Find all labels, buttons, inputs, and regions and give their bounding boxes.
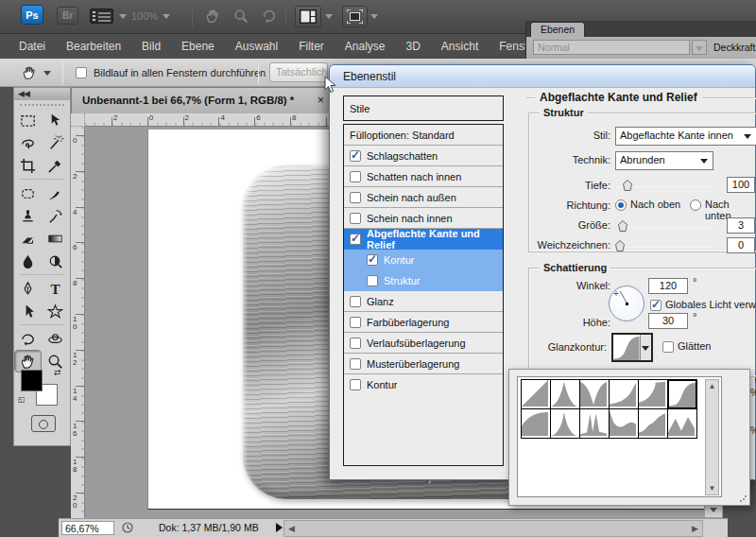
tool-spot-healing-brush[interactable] xyxy=(14,182,42,204)
contour-cone[interactable] xyxy=(550,379,580,409)
default-colors-icon[interactable]: ◱ xyxy=(18,395,26,404)
styles-header[interactable]: Stile xyxy=(344,96,503,120)
style-checkbox[interactable] xyxy=(350,317,361,328)
hand-tool-preset-icon[interactable] xyxy=(21,64,38,85)
winkel-value[interactable]: 120 xyxy=(648,278,688,294)
tool-eraser[interactable] xyxy=(14,227,42,250)
tool-gradient[interactable] xyxy=(42,227,69,250)
tool-clone-stamp[interactable] xyxy=(14,204,42,227)
tool-move[interactable] xyxy=(42,109,69,131)
contour-linear[interactable] xyxy=(521,379,551,409)
tool-crop[interactable] xyxy=(14,154,42,177)
weichzeichnen-value[interactable]: 0 xyxy=(727,237,755,253)
horizontal-ruler[interactable]: 202468 xyxy=(85,113,333,127)
contour-half-round[interactable] xyxy=(521,408,551,439)
contour-rolling-slope-descending[interactable] xyxy=(609,408,639,439)
tool-rectangular-marquee[interactable] xyxy=(14,109,42,131)
tool-brush[interactable] xyxy=(42,182,69,204)
launch-bridge-button[interactable]: Br xyxy=(57,7,78,25)
document-tab-close-icon[interactable]: × xyxy=(317,93,324,107)
menu-bearbeiten[interactable]: Bearbeiten xyxy=(66,40,121,53)
quick-mask-button[interactable] xyxy=(31,415,56,432)
style-checkbox[interactable] xyxy=(350,379,361,390)
menu-analyse[interactable]: Analyse xyxy=(345,40,386,53)
hand-tool-icon[interactable] xyxy=(204,8,221,28)
style-checkbox[interactable] xyxy=(350,150,361,162)
document-tab[interactable]: Unbenannt-1 bei 66,7% (Form 1, RGB/8) * … xyxy=(71,87,333,113)
menu-ansicht[interactable]: Ansicht xyxy=(441,40,478,53)
style-item-farbüberlagerung[interactable]: Farbüberlagerung xyxy=(344,312,503,333)
scroll-up-arrow[interactable]: ▲ xyxy=(706,380,718,392)
style-item-glanz[interactable]: Glanz xyxy=(344,291,503,312)
zoom-level-dropdown-arrow[interactable] xyxy=(163,14,170,19)
actual-pixels-button[interactable]: Tatsächliche xyxy=(269,62,328,82)
style-item-schatten-nach-innen[interactable]: Schatten nach innen xyxy=(344,166,503,187)
tool-lasso[interactable] xyxy=(14,131,42,154)
weichzeichnen-slider-track[interactable] xyxy=(617,247,713,248)
tool-3d-rotate[interactable] xyxy=(14,327,42,350)
status-zoom-field[interactable]: 66,67% xyxy=(61,521,114,535)
menu-bild[interactable]: Bild xyxy=(142,40,161,53)
vertical-ruler[interactable]: 024681 01 21 41 61 82 0 xyxy=(71,127,85,518)
style-checkbox[interactable] xyxy=(350,192,361,203)
contour-sawtooth-1[interactable] xyxy=(667,408,697,439)
tool-custom-shape[interactable] xyxy=(42,300,69,322)
style-checkbox[interactable] xyxy=(350,171,361,182)
foreground-color-swatch[interactable] xyxy=(21,370,43,391)
style-item-schein-nach-innen[interactable]: Schein nach innen xyxy=(344,208,503,229)
status-flyout-arrow[interactable] xyxy=(276,523,283,532)
style-item-verlaufsüberlagerung[interactable]: Verlaufsüberlagerung xyxy=(344,333,503,354)
style-checkbox[interactable] xyxy=(367,254,378,266)
tool-path-selection[interactable] xyxy=(14,300,42,322)
style-item-fülloptionen-standard[interactable]: Fülloptionen: Standard xyxy=(344,125,503,146)
zoom-level-indicator[interactable]: 100% xyxy=(131,10,158,22)
hoehe-value[interactable]: 30 xyxy=(648,313,688,329)
arrange-documents-dropdown-arrow[interactable] xyxy=(325,14,333,19)
blend-mode-select[interactable]: Normal xyxy=(533,40,690,55)
swap-colors-icon[interactable]: ⇄ xyxy=(54,368,61,377)
screen-mode-button[interactable] xyxy=(342,6,368,27)
tool-history-brush[interactable] xyxy=(42,204,69,227)
technik-select[interactable]: Abrunden xyxy=(615,151,713,170)
style-checkbox[interactable] xyxy=(350,358,361,370)
contour-gaussian[interactable] xyxy=(667,379,697,409)
tool-eyedropper[interactable] xyxy=(42,154,69,177)
style-item-kontur[interactable]: Kontur xyxy=(344,250,503,270)
groesse-slider-track[interactable] xyxy=(617,227,713,228)
tools-panel-grip[interactable] xyxy=(20,104,64,106)
tool-dodge[interactable] xyxy=(42,250,69,272)
tool-pen[interactable] xyxy=(14,277,42,300)
menu-datei[interactable]: Datei xyxy=(19,40,45,53)
horizontal-scrollbar[interactable]: ◀ ▶ xyxy=(284,520,703,537)
contour-peak[interactable] xyxy=(550,408,580,439)
view-extras-dropdown-arrow[interactable] xyxy=(119,14,127,19)
blend-mode-dropdown-button[interactable] xyxy=(692,40,707,55)
tool-magic-wand[interactable] xyxy=(42,131,69,154)
screen-mode-dropdown-arrow[interactable] xyxy=(370,14,378,19)
stil-select[interactable]: Abgeflachte Kante innen xyxy=(615,127,756,146)
glaetten-checkbox[interactable] xyxy=(662,341,674,353)
tiefe-value[interactable]: 100 xyxy=(727,177,755,193)
contour-cove-deep[interactable] xyxy=(609,379,639,409)
weichzeichnen-slider-thumb[interactable] xyxy=(615,240,625,251)
scroll-right-arrow[interactable]: ▶ xyxy=(692,524,698,533)
menu-filter[interactable]: Filter xyxy=(299,40,324,53)
style-item-musterüberlagerung[interactable]: Musterüberlagerung xyxy=(344,354,503,374)
scroll-all-windows-checkbox[interactable] xyxy=(76,67,87,78)
tool-preset-dropdown-arrow[interactable] xyxy=(43,71,51,76)
menu-auswahl[interactable]: Auswahl xyxy=(235,40,278,53)
ruler-origin-box[interactable] xyxy=(71,113,85,127)
contour-ring-double[interactable] xyxy=(579,408,610,439)
tab-ebenen[interactable]: Ebenen xyxy=(530,22,585,37)
style-item-abgeflachte-kante-und-relief[interactable]: Abgeflachte Kante und Relief xyxy=(344,229,503,250)
tools-panel-collapse-button[interactable]: ◀◀ xyxy=(14,88,70,100)
scroll-down-arrow[interactable]: ▼ xyxy=(706,482,718,494)
popup-resize-grip[interactable] xyxy=(740,495,747,502)
contour-scrollbar[interactable]: ▲ ▼ xyxy=(705,379,719,495)
arrange-documents-button[interactable] xyxy=(295,6,321,27)
groesse-value[interactable]: 3 xyxy=(727,217,755,234)
status-timer-icon[interactable] xyxy=(121,521,134,537)
global-light-checkbox[interactable] xyxy=(650,300,662,311)
menu-3d[interactable]: 3D xyxy=(406,40,421,53)
menu-ebene[interactable]: Ebene xyxy=(181,40,215,53)
